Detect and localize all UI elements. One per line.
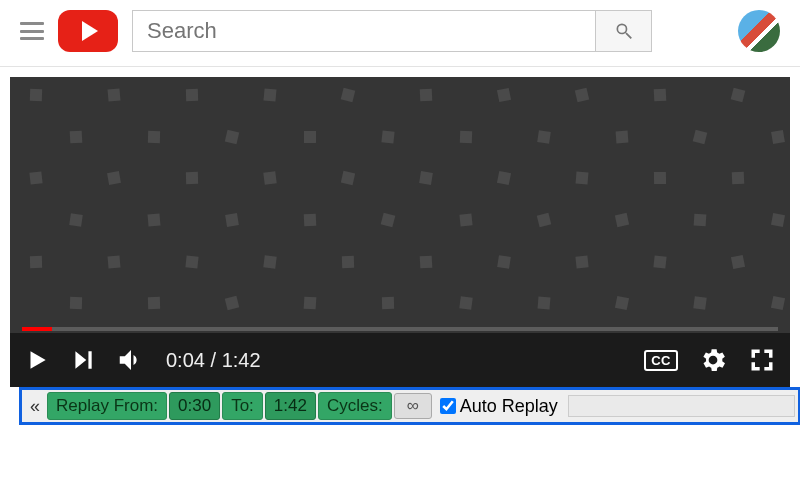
avatar[interactable] [738, 10, 780, 52]
time-display: 0:04 / 1:42 [166, 349, 261, 372]
header-divider [0, 66, 800, 67]
auto-replay-toggle[interactable]: Auto Replay [440, 396, 558, 417]
search-bar [132, 10, 652, 52]
replay-to-value[interactable]: 1:42 [265, 392, 316, 420]
progress-played [22, 327, 52, 331]
gear-icon [698, 345, 728, 375]
volume-icon [116, 345, 146, 375]
next-button[interactable] [70, 347, 96, 373]
video-player[interactable]: 0:04 / 1:42 CC [10, 77, 790, 387]
progress-bar[interactable] [22, 327, 778, 331]
hamburger-menu-icon[interactable] [20, 22, 44, 40]
volume-button[interactable] [116, 345, 146, 375]
replay-from-value[interactable]: 0:30 [169, 392, 220, 420]
replay-bar-tail [568, 395, 795, 417]
auto-replay-label: Auto Replay [460, 396, 558, 417]
next-icon [70, 347, 96, 373]
search-icon [614, 21, 634, 41]
auto-replay-checkbox[interactable] [440, 398, 456, 414]
current-time: 0:04 [166, 349, 205, 371]
replay-cycles-label: Cycles: [318, 392, 392, 420]
replay-cycles-value[interactable]: ∞ [394, 393, 432, 419]
search-button[interactable] [595, 11, 651, 51]
replay-bar: « Replay From: 0:30 To: 1:42 Cycles: ∞ A… [19, 387, 800, 425]
settings-button[interactable] [698, 345, 728, 375]
header [0, 0, 800, 62]
play-button[interactable] [24, 345, 50, 375]
cc-button[interactable]: CC [644, 350, 678, 371]
collapse-button[interactable]: « [25, 396, 45, 417]
search-input[interactable] [133, 11, 595, 51]
fullscreen-icon [748, 346, 776, 374]
play-icon [24, 345, 50, 375]
fullscreen-button[interactable] [748, 346, 776, 374]
youtube-logo[interactable] [58, 10, 118, 52]
replay-from-label: Replay From: [47, 392, 167, 420]
replay-to-label: To: [222, 392, 263, 420]
duration: 1:42 [222, 349, 261, 371]
player-controls: 0:04 / 1:42 CC [10, 333, 790, 387]
